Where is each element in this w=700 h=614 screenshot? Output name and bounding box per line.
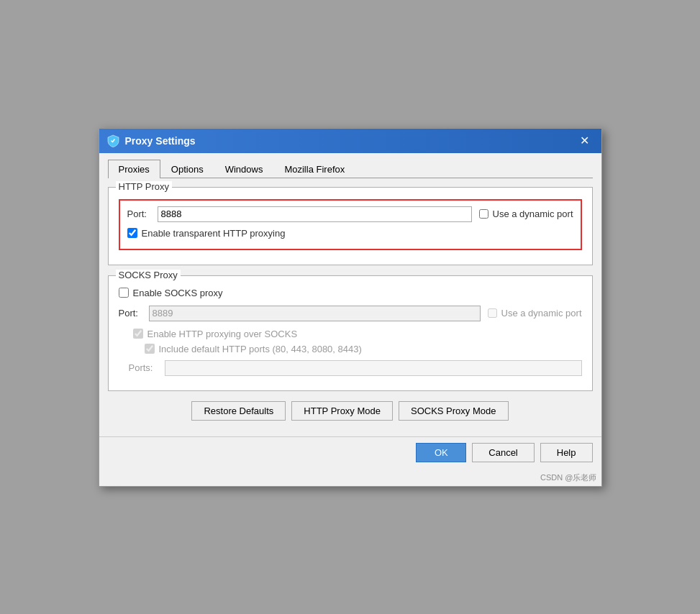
- socks-ports-row: Ports:: [119, 360, 582, 376]
- http-over-socks-label: Enable HTTP proxying over SOCKS: [147, 329, 298, 339]
- ok-button[interactable]: OK: [416, 443, 466, 462]
- proxy-settings-dialog: Proxy Settings ✕ Proxies Options Windows…: [99, 128, 602, 487]
- tabs-container: Proxies Options Windows Mozilla Firefox: [108, 159, 593, 178]
- enable-socks-row: Enable SOCKS proxy: [119, 288, 582, 298]
- title-bar: Proxy Settings ✕: [99, 129, 601, 153]
- http-proxy-content: Port: Use a dynamic port Enable transpar…: [119, 199, 582, 250]
- http-transparent-checkbox[interactable]: [127, 228, 137, 238]
- http-port-input[interactable]: [158, 206, 472, 222]
- socks-port-label: Port:: [119, 308, 149, 319]
- tab-mozilla[interactable]: Mozilla Firefox: [273, 160, 355, 178]
- http-over-socks-checkbox[interactable]: [133, 329, 143, 339]
- socks-port-input[interactable]: [149, 306, 481, 321]
- http-dynamic-port-label: Use a dynamic port: [493, 209, 573, 219]
- socks-proxy-section: SOCKS Proxy Enable SOCKS proxy Port: Use…: [108, 275, 593, 391]
- watermark: CSDN @乐老师: [99, 471, 601, 486]
- http-proxy-mode-button[interactable]: HTTP Proxy Mode: [291, 401, 393, 421]
- enable-socks-label: Enable SOCKS proxy: [133, 288, 223, 298]
- action-buttons-row: Restore Defaults HTTP Proxy Mode SOCKS P…: [108, 401, 593, 421]
- include-default-ports-label: Include default HTTP ports (80, 443, 808…: [159, 344, 362, 354]
- enable-socks-checkbox[interactable]: [119, 288, 129, 298]
- highlighted-region: Port: Use a dynamic port Enable transpar…: [119, 199, 582, 250]
- close-button[interactable]: ✕: [576, 133, 594, 149]
- http-dynamic-port-wrap: Use a dynamic port: [479, 209, 573, 219]
- http-transparent-row: Enable transparent HTTP proxying: [127, 228, 573, 239]
- http-dynamic-port-checkbox[interactable]: [479, 209, 488, 219]
- socks-ports-label: Ports:: [129, 362, 159, 373]
- dialog-footer: OK Cancel Help: [99, 436, 601, 471]
- http-port-label: Port:: [127, 209, 158, 219]
- tab-options[interactable]: Options: [160, 160, 214, 178]
- include-default-ports-checkbox[interactable]: [145, 344, 155, 354]
- http-over-socks-row: Enable HTTP proxying over SOCKS: [119, 329, 582, 339]
- socks-ports-input[interactable]: [165, 360, 582, 376]
- dialog-icon: [106, 134, 119, 147]
- socks-proxy-content: Enable SOCKS proxy Port: Use a dynamic p…: [119, 288, 582, 376]
- tab-windows[interactable]: Windows: [214, 160, 274, 178]
- tab-proxies[interactable]: Proxies: [108, 160, 160, 178]
- socks-dynamic-port-wrap: Use a dynamic port: [488, 308, 582, 319]
- socks-proxy-title: SOCKS Proxy: [116, 270, 181, 280]
- socks-port-row: Port: Use a dynamic port: [119, 306, 582, 321]
- help-button[interactable]: Help: [540, 443, 593, 462]
- include-default-ports-row: Include default HTTP ports (80, 443, 808…: [119, 344, 582, 354]
- socks-dynamic-port-checkbox[interactable]: [488, 308, 497, 318]
- http-proxy-section: HTTP Proxy Port: Use a dynamic port: [108, 187, 593, 265]
- dialog-title: Proxy Settings: [125, 135, 576, 147]
- socks-proxy-mode-button[interactable]: SOCKS Proxy Mode: [399, 401, 509, 421]
- cancel-button[interactable]: Cancel: [472, 443, 534, 462]
- dialog-body: Proxies Options Windows Mozilla Firefox …: [99, 153, 601, 436]
- restore-defaults-button[interactable]: Restore Defaults: [191, 401, 286, 421]
- http-port-row: Port: Use a dynamic port: [127, 206, 573, 222]
- socks-dynamic-port-label: Use a dynamic port: [501, 308, 582, 319]
- http-proxy-title: HTTP Proxy: [116, 181, 173, 192]
- http-transparent-label: Enable transparent HTTP proxying: [142, 228, 286, 239]
